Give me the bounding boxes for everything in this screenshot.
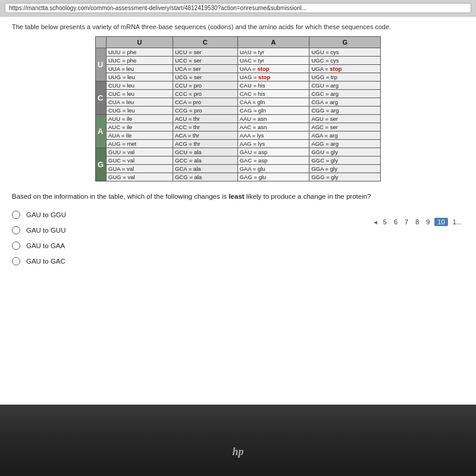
row-header-u: U bbox=[96, 48, 107, 82]
codon-ugg: UGG = trp bbox=[309, 73, 381, 82]
codon-uuc: UUC = phe bbox=[107, 57, 173, 65]
codon-ccc: CCC = pro bbox=[173, 90, 237, 98]
col-header-g: G bbox=[309, 37, 381, 48]
codon-cca: CCA = pro bbox=[173, 98, 237, 107]
option-b[interactable]: GAU to GUU bbox=[12, 226, 464, 234]
codon-gag: GAG = glu bbox=[237, 173, 309, 181]
codon-cua: CUA = leu bbox=[107, 98, 173, 107]
codon-uaa: UAA = stop bbox=[237, 65, 309, 73]
radio-c[interactable] bbox=[12, 242, 20, 250]
codon-acu: ACU = thr bbox=[173, 115, 237, 123]
page-9[interactable]: 9 bbox=[424, 218, 432, 226]
codon-aag: AAG = lys bbox=[237, 140, 309, 148]
codon-agg: AGG = arg bbox=[309, 140, 381, 148]
codon-table-wrapper: U C A G U UUU = phe UCU = ser UAU = tyr … bbox=[12, 36, 464, 181]
codon-gac: GAC = asp bbox=[237, 156, 309, 165]
table-row: GUG = val GCG = ala GAG = glu GGG = gly bbox=[96, 173, 381, 181]
codon-aca: ACA = thr bbox=[173, 131, 237, 140]
radio-d[interactable] bbox=[12, 257, 20, 265]
table-row: UUG = leu UCG = ser UAG = stop UGG = trp bbox=[96, 73, 381, 82]
col-header-u: U bbox=[107, 37, 173, 48]
codon-auc: AUC = ile bbox=[107, 123, 173, 131]
codon-ucg: UCG = ser bbox=[173, 73, 237, 82]
page-more[interactable]: 1... bbox=[450, 218, 464, 226]
codon-ucu: UCU = ser bbox=[173, 48, 237, 57]
table-row: AUG = met ACG = thr AAG = lys AGG = arg bbox=[96, 140, 381, 148]
codon-cag: CAG = gln bbox=[237, 107, 309, 115]
option-a-label: GAU to GGU bbox=[26, 211, 66, 218]
page-5[interactable]: 5 bbox=[381, 218, 389, 226]
row-header-c: C bbox=[96, 82, 107, 115]
table-row: UUA = leu UCA = ser UAA = stop UGA = sto… bbox=[96, 65, 381, 73]
radio-b[interactable] bbox=[12, 226, 20, 234]
codon-auu: AUU = ile bbox=[107, 115, 173, 123]
option-c[interactable]: GAU to GAA bbox=[12, 242, 464, 250]
codon-uuu: UUU = phe bbox=[107, 48, 173, 57]
codon-uug: UUG = leu bbox=[107, 73, 173, 82]
pagination: ◄ 5 6 7 8 9 10 1... bbox=[372, 218, 464, 226]
laptop-body: hp bbox=[0, 405, 476, 476]
url-bar[interactable]: https://manctta.schoology.com/common-ass… bbox=[5, 3, 471, 13]
row-header-a: A bbox=[96, 115, 107, 148]
option-d-label: GAU to GAC bbox=[26, 258, 65, 265]
codon-aac: AAC = asn bbox=[237, 123, 309, 131]
option-d[interactable]: GAU to GAC bbox=[12, 257, 464, 265]
col-header-a: A bbox=[237, 37, 309, 48]
codon-uua: UUA = leu bbox=[107, 65, 173, 73]
radio-a[interactable] bbox=[12, 211, 20, 219]
table-row: A AUU = ile ACU = thr AAU = asn AGU = se… bbox=[96, 115, 381, 123]
table-corner bbox=[96, 37, 107, 48]
codon-cgu: CGU = arg bbox=[309, 82, 381, 90]
browser-chrome: https://manctta.schoology.com/common-ass… bbox=[0, 0, 476, 17]
codon-cug: CUG = leu bbox=[107, 107, 173, 115]
table-row: C CUU = leu CCU = pro CAU = his CGU = ar… bbox=[96, 82, 381, 90]
codon-gca: GCA = ala bbox=[173, 165, 237, 173]
codon-table: U C A G U UUU = phe UCU = ser UAU = tyr … bbox=[95, 36, 381, 181]
hp-logo: hp bbox=[232, 446, 243, 458]
codon-cau: CAU = his bbox=[237, 82, 309, 90]
codon-ugc: UGC = cys bbox=[309, 57, 381, 65]
question-keyword: least bbox=[228, 193, 244, 200]
page-10[interactable]: 10 bbox=[434, 218, 447, 226]
intro-text: The table below presents a variety of mR… bbox=[12, 23, 464, 32]
codon-ccu: CCU = pro bbox=[173, 82, 237, 90]
codon-ucc: UCC = ser bbox=[173, 57, 237, 65]
table-row: GUA = val GCA = ala GAA = glu GGA = gly bbox=[96, 165, 381, 173]
page-6[interactable]: 6 bbox=[392, 218, 400, 226]
option-c-label: GAU to GAA bbox=[26, 242, 65, 249]
codon-aga: AGA = arg bbox=[309, 131, 381, 140]
prev-page-arrow[interactable]: ◄ bbox=[372, 219, 378, 226]
question-text-after: likely to produce a change in the protei… bbox=[245, 193, 371, 200]
codon-gcg: GCG = ala bbox=[173, 173, 237, 181]
codon-agc: AGC = ser bbox=[309, 123, 381, 131]
codon-gcc: GCC = ala bbox=[173, 156, 237, 165]
page-content: The table below presents a variety of mR… bbox=[0, 17, 476, 405]
codon-ugu: UGU = cys bbox=[309, 48, 381, 57]
option-b-label: GAU to GUU bbox=[26, 227, 65, 234]
codon-cgc: CGC = arg bbox=[309, 90, 381, 98]
page-8[interactable]: 8 bbox=[413, 218, 421, 226]
table-row: UUC = phe UCC = ser UAC = tyr UGC = cys bbox=[96, 57, 381, 65]
question-section: Based on the information in the table, w… bbox=[12, 189, 464, 275]
codon-guc: GUC = val bbox=[107, 156, 173, 165]
table-row: CUA = leu CCA = pro CAA = gln CGA = arg bbox=[96, 98, 381, 107]
codon-acg: ACG = thr bbox=[173, 140, 237, 148]
question-text: Based on the information in the table, w… bbox=[12, 192, 464, 202]
codon-gaa: GAA = glu bbox=[237, 165, 309, 173]
codon-cga: CGA = arg bbox=[309, 98, 381, 107]
table-row: CUG = leu CCG = pro CAG = gln CGG = arg bbox=[96, 107, 381, 115]
codon-uga: UGA = stop bbox=[309, 65, 381, 73]
page-7[interactable]: 7 bbox=[402, 218, 411, 226]
table-row: U UUU = phe UCU = ser UAU = tyr UGU = cy… bbox=[96, 48, 381, 57]
table-row: CUC = leu CCC = pro CAC = his CGC = arg bbox=[96, 90, 381, 98]
codon-ggu: GGU = gly bbox=[309, 148, 381, 156]
codon-aau: AAU = asn bbox=[237, 115, 309, 123]
codon-gua: GUA = val bbox=[107, 165, 173, 173]
table-row: AUC = ile ACC = thr AAC = asn AGC = ser bbox=[96, 123, 381, 131]
table-row: GUC = val GCC = ala GAC = asp GGC = gly bbox=[96, 156, 381, 165]
browser-screen: https://manctta.schoology.com/common-ass… bbox=[0, 0, 476, 405]
codon-cuc: CUC = leu bbox=[107, 90, 173, 98]
codon-ggg: GGG = gly bbox=[309, 173, 381, 181]
codon-uca: UCA = ser bbox=[173, 65, 237, 73]
codon-gug: GUG = val bbox=[107, 173, 173, 181]
